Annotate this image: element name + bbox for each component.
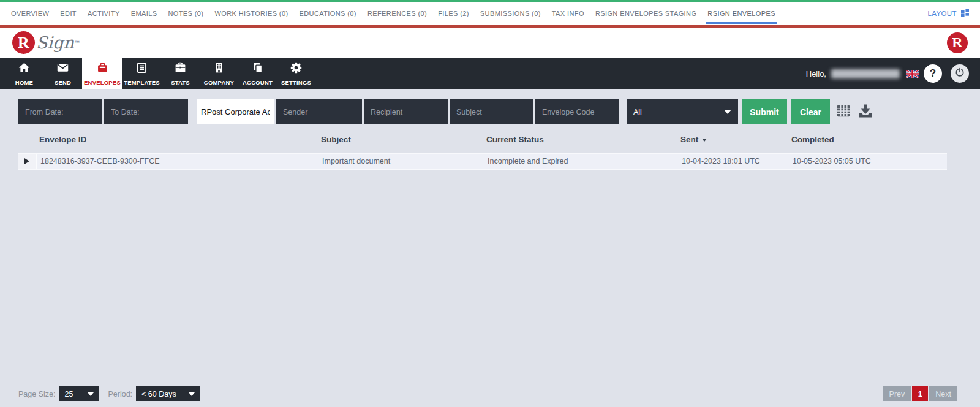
period-label: Period:: [108, 390, 132, 398]
column-header-completed[interactable]: Completed: [789, 132, 947, 146]
rpost-logo: R: [947, 32, 968, 53]
footer-bar: Page Size: 25 Period: < 60 Days Prev 1 N…: [18, 386, 957, 401]
rsign-logo-script: Sign: [36, 31, 74, 54]
user-name-redacted: [831, 69, 900, 78]
templates-icon: [135, 61, 148, 77]
app-tab-home[interactable]: HOME: [5, 58, 43, 89]
app-tab-company[interactable]: COMPANY: [200, 58, 238, 89]
question-icon: ?: [930, 67, 936, 80]
cell-completed: 10-05-2023 05:05 UTC: [789, 154, 947, 169]
account-input[interactable]: [197, 99, 274, 124]
column-header-subject[interactable]: Subject: [318, 132, 484, 146]
clear-button[interactable]: Clear: [791, 99, 830, 124]
sender-input[interactable]: [276, 99, 362, 124]
chevron-down-icon: [189, 392, 195, 396]
settings-icon: [290, 61, 303, 77]
app-tab-stats[interactable]: STATS: [161, 58, 200, 89]
expand-row-button[interactable]: [18, 154, 37, 169]
crm-tab-rsign-envelopes-staging[interactable]: RSIGN ENVELOPES STAGING: [595, 10, 696, 17]
table-grid-icon: [835, 103, 851, 121]
crm-tab-notes[interactable]: NOTES (0): [168, 10, 203, 17]
crm-tab-edit[interactable]: EDIT: [60, 10, 77, 17]
crm-tab-educations[interactable]: EDUCATIONS (0): [300, 10, 356, 17]
stats-icon: [174, 61, 187, 77]
language-flag-icon[interactable]: [906, 70, 919, 78]
table-header-row: Envelope ID Subject Current Status Sent …: [18, 132, 947, 146]
nav-user-area: Hello, ?: [806, 58, 980, 89]
status-filter-select[interactable]: All: [627, 99, 738, 124]
company-icon: [213, 61, 225, 77]
crm-tab-activity[interactable]: ACTIVITY: [88, 10, 120, 17]
triangle-right-icon: [24, 158, 29, 164]
envelopes-page: All Submit Clear Envelope ID Subject Cur…: [0, 89, 980, 407]
submit-button[interactable]: Submit: [742, 99, 787, 124]
app-tab-send[interactable]: SEND: [43, 58, 82, 89]
app-tab-settings[interactable]: SETTINGS: [277, 58, 315, 89]
logout-button[interactable]: [951, 64, 969, 83]
from-date-input[interactable]: [18, 99, 102, 124]
cell-sent: 10-04-2023 18:01 UTC: [678, 154, 789, 169]
help-button[interactable]: ?: [924, 64, 942, 83]
layout-button[interactable]: LAYOUT: [927, 9, 969, 18]
prev-button[interactable]: Prev: [883, 386, 911, 401]
pagination: Prev 1 Next: [883, 386, 957, 401]
cell-current-status: Incomplete and Expired: [484, 154, 678, 169]
recipient-input[interactable]: [364, 99, 448, 124]
app-tab-envelopes[interactable]: ENVELOPES: [82, 58, 123, 89]
page-size-label: Page Size:: [18, 390, 55, 398]
rsign-logo: R Sign ™: [12, 31, 80, 54]
cell-subject: Important document: [318, 154, 484, 169]
crm-tab-emails[interactable]: EMAILS: [131, 10, 157, 17]
column-header-current-status[interactable]: Current Status: [484, 132, 678, 146]
status-filter-value: All: [633, 108, 642, 116]
home-icon: [18, 61, 31, 77]
account-icon: [251, 61, 264, 77]
crm-tab-tax-info[interactable]: TAX INFO: [552, 10, 584, 17]
download-icon: [857, 102, 874, 122]
cell-envelope-id: 18248316-3937-CEEB-9300-FFCE: [37, 154, 318, 169]
greeting-text: Hello,: [806, 69, 826, 78]
table-row[interactable]: 18248316-3937-CEEB-9300-FFCE Important d…: [18, 153, 947, 170]
sort-desc-icon: [702, 139, 707, 142]
crm-tab-overview[interactable]: OVERVIEW: [11, 10, 49, 17]
crm-tab-submissions[interactable]: SUBMISSIONS (0): [480, 10, 541, 17]
filter-bar: All Submit Clear: [0, 89, 980, 124]
logo-band: R Sign ™ R: [0, 28, 980, 58]
crm-tab-files[interactable]: FILES (2): [438, 10, 469, 17]
crm-tab-rsign-envelopes[interactable]: RSIGN ENVELOPES: [707, 10, 775, 17]
envelopes-icon: [96, 61, 109, 77]
crm-top-nav: OVERVIEW EDIT ACTIVITY EMAILS NOTES (0) …: [0, 2, 980, 25]
layout-label: LAYOUT: [927, 10, 957, 17]
current-page-button[interactable]: 1: [912, 386, 928, 401]
page-size-value: 25: [64, 390, 73, 398]
crm-nav-items: OVERVIEW EDIT ACTIVITY EMAILS NOTES (0) …: [11, 10, 775, 17]
app-nav-bar: HOME SEND ENVELOPES TEMPLATES STATS COMP…: [0, 58, 980, 89]
chevron-down-icon: [88, 392, 94, 396]
column-header-expand: [18, 132, 37, 146]
period-select[interactable]: < 60 Days: [136, 386, 200, 401]
period-value: < 60 Days: [141, 390, 176, 398]
app-tab-account[interactable]: ACCOUNT: [238, 58, 277, 89]
layout-grid-icon: [961, 9, 969, 18]
column-header-sent[interactable]: Sent: [678, 132, 789, 146]
trademark-symbol: ™: [75, 40, 80, 45]
power-icon: [955, 67, 965, 80]
page-size-select[interactable]: 25: [59, 386, 99, 401]
subject-input[interactable]: [450, 99, 533, 124]
envelope-code-input[interactable]: [535, 99, 619, 124]
crm-tab-work-histories[interactable]: WORK HISTORIES (0): [214, 10, 288, 17]
download-button[interactable]: [857, 102, 874, 122]
rsign-logo-mark: R: [12, 31, 35, 54]
app-tab-templates[interactable]: TEMPLATES: [123, 58, 161, 89]
export-table-button[interactable]: [835, 103, 851, 121]
chevron-down-icon: [724, 110, 731, 114]
crm-tab-references[interactable]: REFERENCES (0): [368, 10, 427, 17]
send-icon: [56, 61, 69, 77]
column-header-envelope-id[interactable]: Envelope ID: [37, 132, 318, 146]
to-date-input[interactable]: [104, 99, 188, 124]
next-button[interactable]: Next: [929, 386, 957, 401]
